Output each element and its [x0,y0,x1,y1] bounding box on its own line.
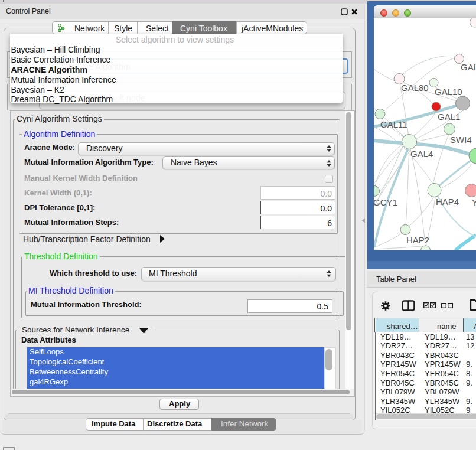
svg-text:GAL4: GAL4 [410,149,433,159]
svg-text:Y: Y [472,197,476,207]
svg-text:GAL11: GAL11 [380,119,407,129]
svg-text:GAL80: GAL80 [401,83,429,93]
svg-text:GAL1: GAL1 [438,112,460,122]
svg-text:GAL10: GAL10 [435,87,462,97]
svg-text:GCY1: GCY1 [374,197,397,207]
svg-text:SWI4: SWI4 [450,135,472,145]
svg-text:GAL2: GAL2 [461,62,476,72]
svg-text:HAP4: HAP4 [436,197,459,207]
svg-text:HAP2: HAP2 [406,235,429,245]
